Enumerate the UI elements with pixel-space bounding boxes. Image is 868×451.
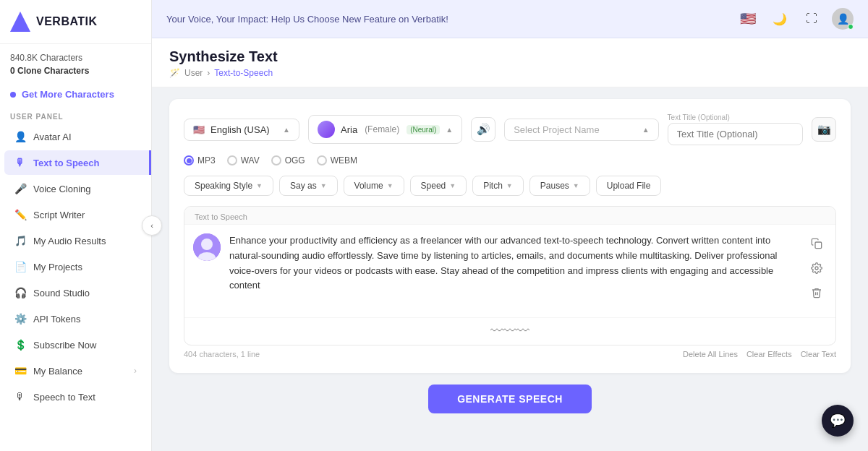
sidebar-chars: 840.8K Characters 0 Clone Characters bbox=[0, 44, 151, 85]
sidebar-item-sound-studio[interactable]: 🎧 Sound Studio bbox=[4, 280, 147, 305]
say-as-label: Say as bbox=[290, 181, 317, 191]
sidebar-item-speech-to-text[interactable]: 🎙 Speech to Text bbox=[4, 385, 147, 409]
mp3-radio-fill bbox=[187, 158, 192, 163]
char-count: 404 characters, 1 line bbox=[184, 350, 260, 358]
ogg-label: OGG bbox=[285, 155, 305, 166]
language-chevron-icon: ▲ bbox=[283, 126, 290, 134]
editor-body: Enhance your productivity and efficiency… bbox=[184, 225, 835, 317]
camera-button[interactable]: 📷 bbox=[812, 117, 836, 142]
banner-text: Your Voice, Your Impact: Help Us Choose … bbox=[166, 14, 448, 25]
text-editor-section: Text to Speech Enhance your productivity… bbox=[184, 206, 836, 345]
controls-row: 🇺🇸 English (USA) ▲ Aria (Female) (Neural… bbox=[184, 113, 836, 145]
volume-label: Volume bbox=[354, 181, 383, 191]
text-title-hint: Text Title (Optional) bbox=[668, 113, 803, 121]
avatar-ai-label: Avatar AI bbox=[33, 132, 72, 142]
text-to-speech-icon: 🎙 bbox=[14, 157, 26, 168]
audio-results-icon: 🎵 bbox=[14, 235, 26, 246]
format-mp3[interactable]: MP3 bbox=[184, 155, 216, 166]
svg-point-4 bbox=[815, 267, 818, 270]
clear-text-button[interactable]: Clear Text bbox=[801, 350, 836, 358]
format-row: MP3 WAV OGG WEBM bbox=[184, 155, 836, 166]
sidebar-item-my-audio-results[interactable]: 🎵 My Audio Results bbox=[4, 228, 147, 253]
sidebar-collapse-button[interactable]: ‹ bbox=[142, 215, 162, 236]
subscribe-icon: 💲 bbox=[14, 339, 26, 351]
api-tokens-icon: ⚙️ bbox=[14, 313, 26, 325]
sidebar-item-api-tokens[interactable]: ⚙️ API Tokens bbox=[4, 306, 147, 331]
logo-text: VERBATIK bbox=[36, 15, 98, 28]
settings-icon[interactable] bbox=[807, 258, 827, 278]
wav-label: WAV bbox=[241, 155, 260, 166]
volume-button[interactable]: Volume ▼ bbox=[344, 176, 404, 196]
balance-icon: 💳 bbox=[14, 365, 26, 377]
page-title: Synthesize Text bbox=[169, 48, 851, 65]
say-as-button[interactable]: Say as ▼ bbox=[279, 176, 338, 196]
delete-all-lines-button[interactable]: Delete All Lines bbox=[683, 350, 738, 358]
mp3-radio[interactable] bbox=[184, 155, 194, 166]
language-label: English (USA) bbox=[210, 124, 270, 135]
clone-chars: 0 Clone Characters bbox=[10, 66, 141, 76]
sidebar-item-my-balance[interactable]: 💳 My Balance › bbox=[4, 358, 147, 383]
speed-button[interactable]: Speed ▼ bbox=[410, 176, 467, 196]
sidebar: VERBATIK 840.8K Characters 0 Clone Chara… bbox=[0, 0, 152, 451]
audio-wave-icon[interactable]: 〰〰〰 bbox=[490, 324, 529, 339]
balance-chevron-icon: › bbox=[134, 366, 137, 376]
announcement-banner: Your Voice, Your Impact: Help Us Choose … bbox=[152, 0, 868, 38]
text-title-wrapper: Text Title (Optional) bbox=[668, 113, 803, 145]
pauses-label: Pauses bbox=[540, 181, 569, 191]
sidebar-logo: VERBATIK bbox=[0, 0, 151, 44]
balance-label: My Balance bbox=[33, 366, 82, 377]
sidebar-item-text-to-speech[interactable]: 🎙 Text to Speech bbox=[4, 150, 151, 175]
project-select[interactable]: Select Project Name ▲ bbox=[504, 119, 658, 141]
audio-results-label: My Audio Results bbox=[33, 236, 106, 246]
speaking-style-button[interactable]: Speaking Style ▼ bbox=[184, 176, 273, 196]
speaker-icon: 🔊 bbox=[477, 123, 490, 136]
page-header: Synthesize Text 🪄 User › Text-to-Speech bbox=[152, 38, 868, 87]
format-webm[interactable]: WEBM bbox=[317, 155, 357, 166]
sidebar-item-voice-cloning[interactable]: 🎤 Voice Cloning bbox=[4, 176, 147, 201]
volume-arrow-icon: ▼ bbox=[387, 182, 393, 189]
trash-icon[interactable] bbox=[807, 283, 827, 303]
upload-file-button[interactable]: Upload File bbox=[596, 176, 662, 196]
sidebar-item-script-writer[interactable]: ✏️ Script Writer bbox=[4, 202, 147, 227]
pitch-arrow-icon: ▼ bbox=[506, 182, 513, 189]
svg-point-1 bbox=[201, 239, 213, 250]
main-content: Your Voice, Your Impact: Help Us Choose … bbox=[152, 0, 868, 451]
avatar-ai-icon: 👤 bbox=[14, 131, 26, 142]
sidebar-item-subscribe-now[interactable]: 💲 Subscribe Now bbox=[4, 332, 147, 357]
language-flag-icon: 🇺🇸 bbox=[193, 124, 205, 135]
script-writer-icon: ✏️ bbox=[14, 209, 26, 220]
get-more-characters-button[interactable]: Get More Characters bbox=[0, 85, 151, 107]
editor-textarea[interactable]: Enhance your productivity and efficiency… bbox=[229, 233, 798, 309]
camera-icon: 📷 bbox=[817, 123, 831, 136]
editor-actions bbox=[807, 233, 827, 303]
webm-radio[interactable] bbox=[317, 155, 327, 166]
pauses-button[interactable]: Pauses ▼ bbox=[529, 176, 590, 196]
sidebar-item-avatar-ai[interactable]: 👤 Avatar AI bbox=[4, 124, 147, 149]
pauses-arrow-icon: ▼ bbox=[573, 182, 579, 189]
language-select[interactable]: 🇺🇸 English (USA) ▲ bbox=[184, 119, 299, 141]
get-more-label: Get More Characters bbox=[22, 89, 114, 100]
script-writer-label: Script Writer bbox=[33, 210, 85, 220]
wav-radio[interactable] bbox=[227, 155, 237, 166]
my-projects-label: My Projects bbox=[33, 262, 82, 272]
clear-effects-button[interactable]: Clear Effects bbox=[746, 350, 792, 358]
fullscreen-button[interactable]: ⛶ bbox=[800, 7, 823, 30]
format-wav[interactable]: WAV bbox=[227, 155, 260, 166]
total-chars: 840.8K Characters bbox=[10, 53, 141, 63]
format-ogg[interactable]: OGG bbox=[271, 155, 305, 166]
copy-icon[interactable] bbox=[807, 233, 827, 254]
speaker-button[interactable]: 🔊 bbox=[471, 117, 495, 142]
voice-select[interactable]: Aria (Female) (Neural) ▲ bbox=[308, 115, 462, 144]
language-flag-button[interactable]: 🇺🇸 bbox=[736, 7, 760, 30]
moon-icon: 🌙 bbox=[773, 12, 787, 26]
chat-icon: 💬 bbox=[830, 413, 846, 429]
ogg-radio[interactable] bbox=[271, 155, 281, 166]
text-title-input[interactable] bbox=[668, 123, 803, 145]
chat-bubble-button[interactable]: 💬 bbox=[822, 405, 854, 437]
dot-indicator bbox=[10, 92, 16, 98]
dark-mode-button[interactable]: 🌙 bbox=[768, 7, 791, 30]
pitch-button[interactable]: Pitch ▼ bbox=[472, 176, 524, 196]
user-avatar[interactable]: 👤 bbox=[832, 8, 854, 30]
sidebar-item-my-projects[interactable]: 📄 My Projects bbox=[4, 254, 147, 279]
generate-speech-button[interactable]: GENERATE SPEECH bbox=[428, 385, 592, 413]
